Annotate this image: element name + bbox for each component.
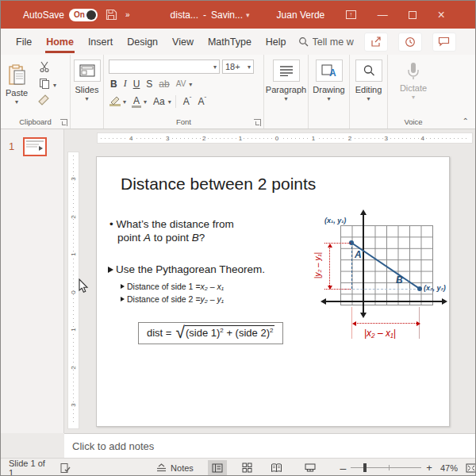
reading-view-icon — [271, 463, 282, 473]
zoom-in-button[interactable]: + — [426, 462, 432, 474]
voice-group: Dictate ▾ Voice — [388, 55, 439, 129]
notes-placeholder: Click to add notes — [72, 440, 154, 452]
zoom-slider-thumb[interactable] — [363, 463, 367, 472]
accessibility-button[interactable] — [60, 463, 71, 474]
underline-button[interactable]: U — [130, 78, 144, 90]
tab-file[interactable]: File — [9, 29, 39, 55]
tab-home[interactable]: Home — [39, 29, 81, 55]
save-icon[interactable] — [106, 9, 117, 21]
collapse-ribbon-icon[interactable]: ⌃ — [463, 117, 469, 125]
horizontal-ruler[interactable]: 432101234 — [97, 132, 473, 144]
tab-help[interactable]: Help — [259, 29, 294, 55]
font-color-dropdown-icon[interactable]: ▾ — [144, 98, 147, 106]
slide-title[interactable]: Distance between 2 points — [121, 175, 316, 194]
change-case-button[interactable]: Aa — [150, 95, 168, 108]
tell-me-search[interactable]: Tell me w — [298, 36, 354, 48]
comments-button[interactable] — [432, 33, 456, 52]
b1-mid: to point — [151, 232, 192, 244]
close-button[interactable]: × — [429, 1, 453, 29]
dictate-button[interactable]: Dictate ▾ — [388, 55, 439, 101]
cut-button[interactable] — [39, 61, 50, 72]
distance-formula[interactable]: dist = √ (side 1)2 + (side 2)2 — [138, 322, 283, 344]
copy-dropdown-icon[interactable]: ▾ — [53, 82, 56, 89]
h-ruler-number: 0 — [274, 135, 280, 142]
title-dropdown-icon[interactable]: ▾ — [246, 11, 250, 19]
normal-view-button[interactable] — [208, 460, 227, 476]
notes-toggle-button[interactable]: Notes — [156, 463, 194, 473]
paste-label: Paste — [6, 88, 28, 98]
minimize-button[interactable]: — — [370, 1, 394, 29]
slideshow-view-button[interactable] — [301, 460, 320, 476]
zoom-out-button[interactable]: – — [340, 462, 346, 474]
slide-sorter-view-button[interactable] — [237, 460, 256, 476]
slide-canvas[interactable]: Distance between 2 points • What’s the d… — [96, 156, 450, 427]
drawing-button[interactable]: A Drawing ▾ — [309, 55, 349, 102]
point-b-dot — [417, 286, 422, 291]
shrink-font-mark: ˇ — [204, 95, 206, 102]
font-name-combobox[interactable]: ▾ — [109, 60, 220, 74]
dx-arrow-line — [355, 323, 418, 324]
autosave-toggle[interactable]: On — [69, 9, 98, 21]
editing-button[interactable]: Editing ▾ — [350, 55, 387, 102]
highlight-pen-button[interactable] — [107, 95, 123, 107]
font-row-1: B I U S ab AV ▾ — [107, 77, 192, 90]
font-size-combobox[interactable]: 18+ ▾ — [222, 60, 254, 74]
tab-mathtype[interactable]: MathType — [201, 29, 259, 55]
grow-font-button[interactable]: Aˆ — [180, 94, 195, 108]
reading-view-button[interactable] — [267, 460, 286, 476]
strikethrough-button[interactable]: ab — [155, 78, 172, 90]
maximize-icon — [409, 11, 416, 19]
sub-bullet-side2[interactable]: Distance of side 2 = y₂ – y₁ — [121, 294, 224, 304]
bullet-pythagorean[interactable]: Use the Pythagorean Theorem. — [108, 263, 265, 275]
zoom-level[interactable]: 47% — [440, 463, 458, 473]
slide-sorter-icon — [242, 463, 252, 473]
font-dialog-launcher[interactable] — [254, 119, 261, 126]
bold-button[interactable]: B — [107, 78, 121, 90]
dx-arrow-left — [352, 321, 356, 326]
shrink-font-button[interactable]: Aˇ — [194, 94, 209, 108]
tab-insert[interactable]: Insert — [81, 29, 120, 55]
bullet-distance-question[interactable]: • What’s the distance from point A to po… — [109, 217, 234, 244]
thumb-line — [26, 144, 39, 145]
slide-indicator: Slide 1 of 1 — [9, 459, 49, 476]
text-shadow-button[interactable]: S — [143, 78, 155, 90]
paragraph-button[interactable]: Paragraph ▾ — [264, 55, 308, 102]
clipboard-dialog-launcher[interactable] — [60, 119, 67, 126]
zoom-slider[interactable] — [351, 467, 421, 468]
thumb-glyph — [39, 146, 43, 151]
copy-button[interactable] — [39, 78, 50, 89]
y-axis-arrow-up — [360, 209, 367, 215]
notes-icon — [156, 463, 167, 472]
share-button[interactable] — [364, 33, 388, 52]
notes-pane[interactable]: Click to add notes — [64, 433, 476, 458]
tab-view[interactable]: View — [165, 29, 201, 55]
bullet-dot: • — [109, 218, 113, 230]
italic-button[interactable]: I — [121, 77, 130, 90]
paste-button[interactable]: Paste ▾ — [6, 60, 28, 106]
slide-thumbnail[interactable] — [23, 137, 47, 156]
quick-access-overflow-icon[interactable]: » — [125, 10, 129, 19]
character-spacing-dropdown-icon[interactable]: ▾ — [189, 81, 192, 88]
vertical-ruler[interactable]: 3210123 — [67, 152, 79, 429]
drawing-icon: A — [316, 60, 343, 82]
slide-thumbnail-panel: 1 — [1, 129, 64, 433]
slides-label: Slides — [75, 85, 99, 94]
slides-button[interactable]: Slides ▾ — [71, 55, 103, 102]
coordinate-diagram[interactable]: (x₁, y₁) A B (x₂, y₂) |y₂ – y₁| |x₂ – x₁… — [307, 205, 451, 359]
history-button[interactable] — [398, 33, 422, 52]
font-size-value: 18+ — [225, 62, 240, 71]
change-case-dropdown-icon[interactable]: ▾ — [168, 98, 171, 106]
autosave-label: AutoSave — [23, 10, 64, 21]
fit-slide-button[interactable] — [466, 463, 476, 473]
highlight-dropdown-icon[interactable]: ▾ — [123, 98, 126, 106]
sub-bullet-side1[interactable]: Distance of side 1 = x₂ – x₁ — [121, 282, 224, 291]
font-color-letter: A — [132, 95, 141, 106]
ribbon-display-options-button[interactable]: ↑ — [339, 1, 363, 29]
format-painter-button[interactable] — [37, 94, 50, 106]
maximize-button[interactable] — [401, 1, 424, 29]
v-ruler-number: 1 — [69, 252, 78, 255]
slide-thumbnail-number: 1 — [9, 140, 14, 152]
font-color-button[interactable]: A — [129, 95, 144, 108]
character-spacing-button[interactable]: AV — [173, 79, 190, 89]
tab-design[interactable]: Design — [120, 29, 165, 55]
